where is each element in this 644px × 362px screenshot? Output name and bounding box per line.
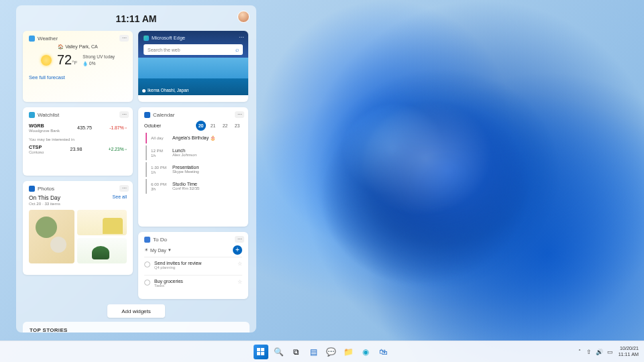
todo-item[interactable]: Buy groceriesTasks☆ [144, 275, 242, 291]
weather-temp: 72 [57, 52, 72, 67]
weather-unit: °F [72, 60, 77, 66]
edge-card-title: Microsoft Edge [152, 35, 185, 41]
sun-icon [41, 55, 52, 66]
calendar-day[interactable]: 20 [196, 121, 206, 131]
taskbar: 🔍 ⧉ ▤ 💬 📁 ◉ 🛍 ˄ ⇧ 🔊 ▭ 10/20/21 11:11 AM [0, 341, 644, 362]
task-view-button[interactable]: ⧉ [288, 345, 303, 359]
calendar-day[interactable]: 22 [220, 121, 230, 131]
star-icon[interactable]: ☆ [237, 279, 242, 285]
photos-subtitle: Oct 20 · 33 items [29, 201, 60, 206]
edge-button[interactable]: ◉ [358, 345, 373, 359]
calendar-menu-icon[interactable]: ⋯ [235, 111, 244, 118]
star-icon[interactable]: ☆ [237, 261, 242, 267]
taskbar-clock[interactable]: 10/20/21 11:11 AM [619, 346, 639, 357]
volume-icon: 🔊 [596, 349, 603, 355]
todo-list-selector[interactable]: ☀ My Day ▾ [144, 247, 171, 253]
chevron-down-icon: ▾ [168, 247, 171, 253]
weather-menu-icon[interactable]: ⋯ [119, 35, 129, 42]
photos-heading: On This Day [29, 194, 60, 201]
photo-thumbnail[interactable] [77, 238, 127, 263]
store-button[interactable]: 🛍 [376, 345, 390, 359]
weather-location: 🏠 Valley Park, CA [29, 44, 127, 50]
calendar-card[interactable]: Calendar ⋯ October 20212223 All dayAngel… [138, 107, 248, 227]
watchlist-item[interactable]: CTSPContoso23.98+2.23% ◦ [29, 142, 127, 156]
user-avatar[interactable] [237, 11, 250, 23]
news-heading: TOP STORIES [30, 327, 243, 333]
edge-card[interactable]: Microsoft Edge ⋯ Search the web ⌕ Ikema … [138, 31, 248, 102]
chat-button[interactable]: 💬 [323, 345, 338, 359]
edge-search-input[interactable]: Search the web ⌕ [144, 44, 243, 55]
todo-item[interactable]: Send invites for reviewQ4 planning☆ [144, 257, 242, 273]
search-placeholder: Search the web [148, 48, 180, 52]
photo-thumbnail[interactable] [77, 210, 127, 235]
photos-card[interactable]: Photos ⋯ On This Day Oct 20 · 33 items S… [23, 181, 133, 275]
todo-checkbox[interactable] [144, 261, 150, 267]
search-button[interactable]: 🔍 [271, 345, 286, 359]
photo-thumbnail[interactable] [29, 210, 74, 263]
photos-grid [29, 210, 127, 263]
photos-icon [29, 186, 35, 192]
add-task-button[interactable]: + [233, 245, 242, 255]
calendar-event[interactable]: All dayAngela's Birthday 🎂 [146, 133, 242, 143]
wifi-icon: ⇧ [586, 349, 592, 355]
calendar-day[interactable]: 21 [208, 121, 218, 131]
watchlist-interest-label: You may be interested in [29, 137, 127, 141]
calendar-title: Calendar [153, 112, 174, 118]
todo-checkbox[interactable] [144, 280, 150, 286]
watchlist-item[interactable]: WGRBWoodgrove Bank435.75-1.87% ◦ [29, 121, 127, 135]
weather-card-title: Weather [38, 36, 58, 42]
weather-card[interactable]: Weather ⋯ 🏠 Valley Park, CA 72°F Strong … [23, 31, 133, 102]
chevron-up-icon[interactable]: ˄ [578, 349, 581, 355]
panel-clock: 11:11 AM [116, 13, 157, 24]
photos-menu-icon[interactable]: ⋯ [119, 185, 129, 192]
calendar-event[interactable]: 12 PM1hLunchAlex Johnson [146, 145, 242, 160]
edge-caption: Ikema Ohashi, Japan [142, 88, 189, 93]
widgets-button[interactable]: ▤ [306, 345, 321, 359]
watchlist-menu-icon[interactable]: ⋯ [119, 111, 129, 118]
file-explorer-button[interactable]: 📁 [341, 345, 356, 359]
edge-icon [144, 36, 149, 41]
edge-menu-icon[interactable]: ⋯ [239, 34, 244, 40]
battery-icon: ▭ [607, 349, 613, 355]
photos-see-all-link[interactable]: See all [113, 194, 127, 199]
photos-title: Photos [38, 186, 54, 192]
calendar-month: October [144, 123, 161, 128]
edge-featured-image: Ikema Ohashi, Japan [138, 58, 248, 95]
widgets-panel: 11:11 AM Weather ⋯ 🏠 Valley Park, CA 72°… [16, 5, 256, 333]
calendar-day[interactable]: 23 [232, 121, 242, 131]
watchlist-title: Watchlist [38, 112, 59, 118]
news-section: TOP STORIES USA Today · 3 minsOne of the… [23, 322, 250, 333]
todo-title: To Do [153, 237, 167, 243]
calendar-icon [144, 112, 150, 118]
todo-menu-icon[interactable]: ⋯ [235, 236, 244, 243]
weather-details: Strong UV today 💧 0% [83, 54, 115, 66]
start-button[interactable] [254, 345, 268, 359]
search-icon: ⌕ [235, 46, 239, 53]
forecast-link[interactable]: See full forecast [29, 74, 127, 80]
weather-icon [29, 36, 35, 42]
todo-icon [144, 237, 150, 243]
system-tray[interactable]: ⇧ 🔊 ▭ [586, 349, 613, 355]
watchlist-icon [29, 112, 35, 118]
calendar-event[interactable]: 6:00 PM3hStudio TimeConf Rm 32/35 [146, 179, 242, 194]
watchlist-card[interactable]: Watchlist ⋯ WGRBWoodgrove Bank435.75-1.8… [23, 107, 133, 176]
add-widgets-button[interactable]: Add widgets [107, 304, 165, 318]
calendar-event[interactable]: 1:30 PM1hPresentationSkype Meeting [146, 162, 242, 177]
todo-card[interactable]: To Do ⋯ ☀ My Day ▾ + Send invites for re… [138, 232, 248, 299]
